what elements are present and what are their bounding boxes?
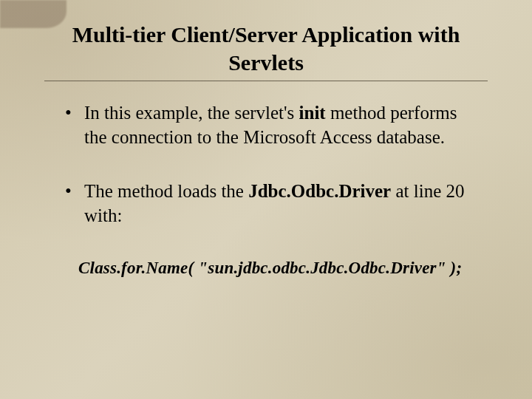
bullet-list: In this example, the servlet's init meth… [65, 100, 480, 228]
bullet-text-bold: init [299, 103, 326, 123]
bullet-item: The method loads the Jdbc.Odbc.Driver at… [65, 179, 480, 228]
title-divider [44, 81, 488, 81]
bullet-text-pre: The method loads the [84, 181, 248, 201]
bullet-text-bold: Jdbc.Odbc.Driver [248, 181, 391, 201]
bullet-text-pre: In this example, the servlet's [84, 103, 299, 123]
code-snippet: Class.for.Name( "sun.jdbc.odbc.Jdbc.Odbc… [78, 257, 488, 279]
slide-title: Multi-tier Client/Server Application wit… [44, 21, 488, 76]
slide: Multi-tier Client/Server Application wit… [0, 0, 532, 399]
bullet-item: In this example, the servlet's init meth… [65, 100, 480, 149]
